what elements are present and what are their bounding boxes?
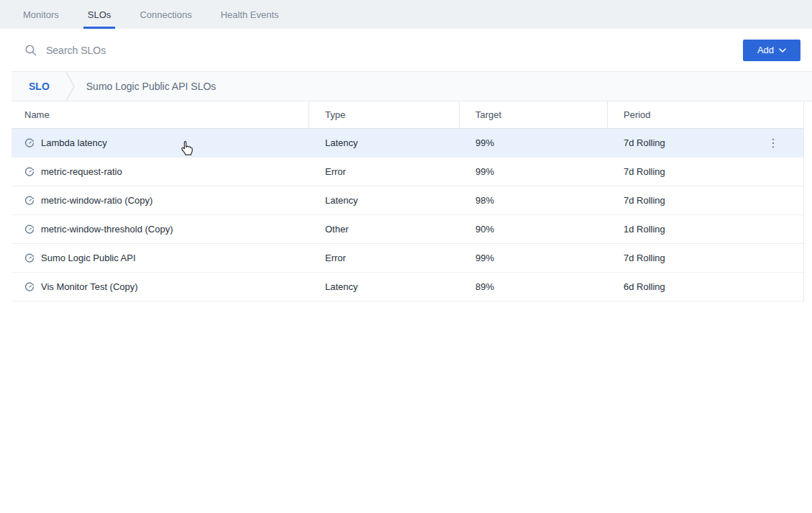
row-period-cell: 7d Rolling [608, 253, 803, 263]
tab-health-events[interactable]: Health Events [221, 0, 279, 29]
slo-page: Monitors SLOs Connections Health Events … [0, 0, 812, 513]
table-row[interactable]: Vis Monitor Test (Copy)Latency89%6d Roll… [12, 273, 803, 301]
row-period-cell: 1d Rolling [608, 224, 803, 235]
table-body: Lambda latencyLatency99%7d Rolling⋮metri… [12, 129, 803, 301]
row-period-text: 7d Rolling [624, 166, 665, 177]
row-target-cell: 99% [460, 166, 608, 177]
row-period-text: 7d Rolling [624, 195, 665, 206]
column-header-target[interactable]: Target [460, 101, 608, 128]
row-name-text: metric-window-threshold (Copy) [41, 224, 173, 235]
row-name-text: Vis Monitor Test (Copy) [41, 281, 138, 292]
row-type-cell: Latency [309, 137, 460, 148]
slo-gauge-icon [24, 196, 35, 206]
row-type-cell: Latency [309, 281, 460, 292]
tab-health-events-label: Health Events [221, 9, 279, 20]
tab-bar: Monitors SLOs Connections Health Events [0, 0, 812, 29]
row-name-cell: Sumo Logic Public API [12, 253, 309, 263]
search-icon [24, 44, 37, 57]
slo-gauge-icon [24, 253, 35, 263]
slo-gauge-icon [24, 224, 35, 235]
row-name-cell: Vis Monitor Test (Copy) [12, 281, 309, 292]
tab-slos[interactable]: SLOs [88, 0, 111, 29]
chevron-down-icon [779, 48, 786, 53]
row-period-cell: 7d Rolling⋮ [608, 136, 803, 150]
tab-monitors[interactable]: Monitors [23, 0, 59, 29]
kebab-menu-icon[interactable]: ⋮ [765, 136, 782, 150]
row-period-text: 7d Rolling [624, 137, 665, 148]
row-period-text: 6d Rolling [624, 281, 665, 292]
add-button[interactable]: Add [743, 40, 800, 61]
row-name-cell: metric-window-ratio (Copy) [12, 195, 309, 206]
row-period-cell: 7d Rolling [608, 166, 803, 177]
row-name-cell: Lambda latency [12, 137, 309, 148]
row-name-cell: metric-window-threshold (Copy) [12, 224, 309, 235]
breadcrumb-current: Sumo Logic Public API SLOs [86, 81, 216, 92]
breadcrumb-root-link[interactable]: SLO [29, 81, 50, 92]
row-period-cell: 6d Rolling [608, 281, 803, 292]
row-target-cell: 89% [460, 281, 608, 292]
slo-gauge-icon [24, 167, 35, 177]
row-name-text: metric-request-ratio [41, 166, 122, 177]
row-name-cell: metric-request-ratio [12, 166, 309, 177]
slo-table: Name Type Target Period Lambda latencyLa… [12, 101, 804, 301]
breadcrumb-chevron-icon [65, 71, 75, 101]
row-name-text: Sumo Logic Public API [41, 253, 136, 263]
row-type-cell: Other [309, 224, 460, 235]
row-period-text: 1d Rolling [624, 224, 665, 235]
row-type-cell: Latency [309, 195, 460, 206]
slo-gauge-icon [24, 138, 35, 148]
column-header-type[interactable]: Type [309, 101, 460, 128]
column-header-name[interactable]: Name [12, 101, 309, 128]
slo-gauge-icon [24, 282, 35, 292]
table-row[interactable]: Lambda latencyLatency99%7d Rolling⋮ [12, 129, 803, 158]
table-row[interactable]: metric-window-threshold (Copy)Other90%1d… [12, 215, 803, 244]
row-type-cell: Error [309, 166, 460, 177]
table-row[interactable]: Sumo Logic Public APIError99%7d Rolling [12, 244, 803, 273]
tab-connections[interactable]: Connections [140, 0, 191, 29]
row-target-cell: 99% [460, 137, 608, 148]
row-type-cell: Error [309, 253, 460, 263]
row-target-cell: 90% [460, 224, 608, 235]
row-target-cell: 99% [460, 253, 608, 263]
tab-slos-label: SLOs [88, 9, 111, 20]
row-name-text: Lambda latency [41, 137, 107, 148]
breadcrumb: SLO Sumo Logic Public API SLOs [12, 71, 812, 101]
search-bar: Add [0, 29, 812, 71]
row-name-text: metric-window-ratio (Copy) [41, 195, 152, 206]
table-row[interactable]: metric-request-ratioError99%7d Rolling [12, 158, 803, 186]
search-input[interactable] [46, 45, 734, 56]
tab-connections-label: Connections [140, 9, 191, 20]
table-row[interactable]: metric-window-ratio (Copy)Latency98%7d R… [12, 186, 803, 215]
column-header-period[interactable]: Period [608, 101, 803, 128]
row-period-cell: 7d Rolling [608, 195, 803, 206]
row-period-text: 7d Rolling [624, 253, 665, 263]
table-header-row: Name Type Target Period [12, 101, 803, 129]
tab-monitors-label: Monitors [23, 9, 59, 20]
add-button-label: Add [757, 45, 774, 55]
row-target-cell: 98% [460, 195, 608, 206]
